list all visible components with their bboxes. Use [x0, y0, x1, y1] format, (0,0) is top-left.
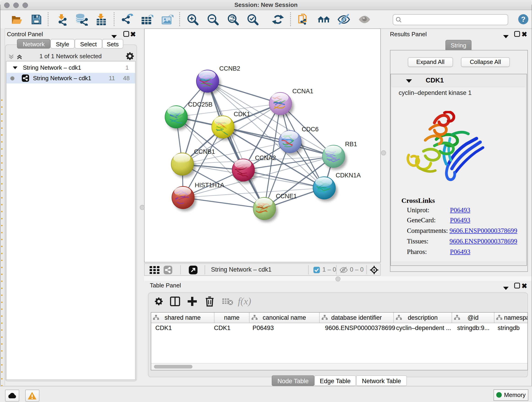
svg-text:CCNA1: CCNA1 [292, 88, 313, 95]
svg-text:CDKN1A: CDKN1A [336, 172, 361, 179]
svg-text:RB1: RB1 [345, 141, 357, 148]
svg-text:CCNB1: CCNB1 [194, 148, 215, 155]
svg-text:CCNA2: CCNA2 [255, 154, 276, 161]
svg-text:CCNE1: CCNE1 [276, 193, 297, 200]
svg-text:CDC6: CDC6 [302, 126, 319, 133]
svg-text:CDC25B: CDC25B [188, 101, 213, 108]
svg-text:CDK1: CDK1 [234, 111, 250, 118]
svg-text:?: ? [521, 15, 526, 23]
svg-text:CCNB2: CCNB2 [219, 65, 240, 72]
svg-text:HIST1H1A: HIST1H1A [195, 182, 224, 189]
